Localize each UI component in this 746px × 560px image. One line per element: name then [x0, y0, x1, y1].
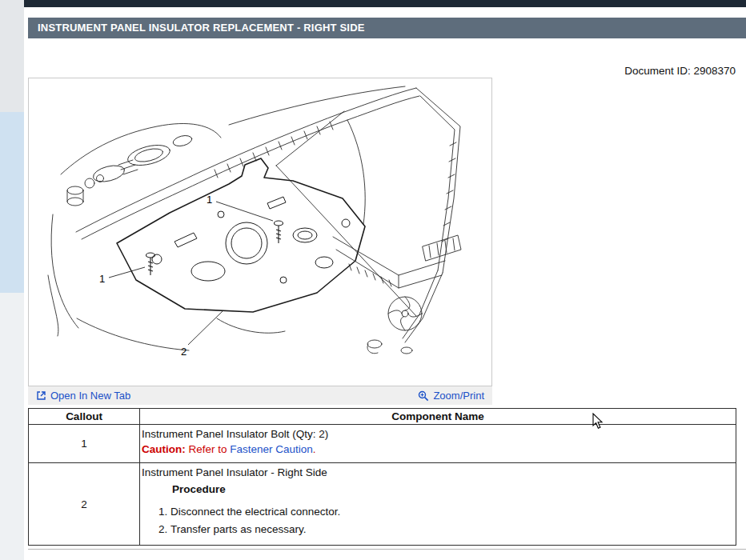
component-table: Callout Component Name 1 Instrument Pane…: [28, 408, 736, 546]
table-header-row: Callout Component Name: [29, 409, 736, 425]
caution-period: .: [313, 443, 316, 455]
callout-1-right-label: 1: [207, 194, 212, 206]
document-id: Document ID: 2908370: [624, 65, 736, 77]
zoom-icon: [418, 390, 429, 402]
open-in-new-tab-link[interactable]: Open In New Tab: [36, 390, 130, 402]
page: INSTRUMENT PANEL INSULATOR REPLACEMENT -…: [0, 0, 746, 560]
procedure-step: Transfer parts as necessary.: [170, 522, 732, 537]
zoom-print-link[interactable]: Zoom/Print: [418, 390, 484, 402]
mouse-cursor: [592, 413, 604, 430]
left-gutter: [0, 0, 24, 560]
open-in-new-icon: [36, 390, 46, 401]
zoom-print-label: Zoom/Print: [433, 390, 484, 402]
page-title-bar: INSTRUMENT PANEL INSULATOR REPLACEMENT -…: [28, 18, 746, 38]
table-row: 1 Instrument Panel Insulator Bolt (Qty: …: [29, 425, 736, 463]
caution-note: Caution: Refer to Fastener Caution.: [142, 442, 732, 457]
caution-label: Caution:: [142, 443, 186, 455]
top-chrome-bar: [24, 0, 746, 7]
component-cell-2: Instrument Panel Insulator - Right Side …: [140, 463, 736, 546]
procedure-step: Disconnect the electrical connector.: [170, 504, 732, 519]
col-header-callout: Callout: [29, 409, 140, 425]
left-gutter-blue-segment: [0, 112, 24, 293]
insulator-panel-holes: [152, 197, 350, 283]
technical-illustration: 1 1 2: [29, 78, 491, 386]
left-gutter-light-segment: [0, 293, 24, 560]
caution-text: Refer to: [186, 443, 231, 455]
procedure-steps: Disconnect the electrical connector. Tra…: [142, 504, 732, 537]
page-title: INSTRUMENT PANEL INSULATOR REPLACEMENT -…: [38, 22, 365, 34]
callout-cell-2: 2: [29, 463, 140, 546]
component-cell-1: Instrument Panel Insulator Bolt (Qty: 2)…: [140, 425, 736, 463]
bottom-divider: [28, 549, 746, 550]
fastener-caution-link[interactable]: Fastener Caution: [230, 443, 313, 455]
callout-2-label: 2: [181, 346, 186, 358]
open-in-new-tab-label: Open In New Tab: [50, 390, 130, 402]
insulator-panel-outline: [117, 158, 365, 312]
col-header-component-name: Component Name: [140, 409, 736, 425]
figure-toolbar: Open In New Tab Zoom/Print: [28, 386, 492, 405]
component-name: Instrument Panel Insulator - Right Side: [142, 465, 732, 480]
figure-container: 1 1 2: [28, 78, 492, 386]
callout-1-left-label: 1: [99, 273, 105, 285]
callout-leader-lines: [109, 202, 273, 345]
callout-cell-1: 1: [29, 425, 140, 463]
procedure-heading: Procedure: [172, 482, 732, 497]
dashboard-sketch: [48, 86, 461, 354]
table-row: 2 Instrument Panel Insulator - Right Sid…: [29, 463, 736, 546]
bolt-icons: [146, 221, 283, 275]
component-name: Instrument Panel Insulator Bolt (Qty: 2): [142, 426, 732, 442]
